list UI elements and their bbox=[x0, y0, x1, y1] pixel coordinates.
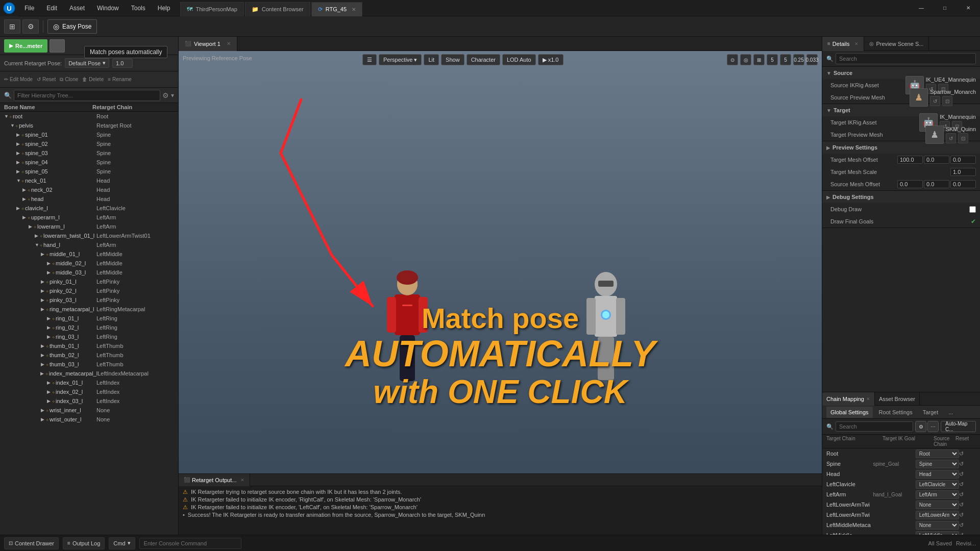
bone-row[interactable]: ▶ ⬦ middle_02_l LeftMiddle bbox=[0, 259, 178, 268]
bone-row[interactable]: ▼ ⬦ hand_l LeftArm bbox=[0, 240, 178, 249]
chain-source-select[interactable]: LeftMiddleNone bbox=[916, 531, 959, 535]
bone-row[interactable]: ▶ ⬦ thumb_03_l LeftThumb bbox=[0, 360, 178, 369]
viewport-tab-1[interactable]: ⬛ Viewport 1 ✕ bbox=[179, 37, 237, 51]
rename-button[interactable]: ≡ Rename bbox=[108, 77, 132, 82]
chain-reset[interactable]: ↺ bbox=[959, 491, 976, 498]
hamburger-menu-button[interactable]: ☰ bbox=[362, 54, 377, 65]
chain-source-select[interactable]: HeadNone bbox=[916, 470, 959, 479]
chain-source[interactable]: HeadNone bbox=[916, 470, 959, 479]
source-offset-x[interactable] bbox=[897, 180, 923, 188]
chain-source[interactable]: LeftArmNone bbox=[916, 490, 959, 499]
retarget-output-tab[interactable]: ⬛ Retarget Output... ✕ bbox=[179, 474, 250, 486]
auto-map-button[interactable]: Auto-Map C... bbox=[941, 421, 976, 432]
chain-reset[interactable]: ↺ bbox=[959, 532, 976, 535]
settings-icon[interactable]: ⚙ bbox=[162, 91, 169, 99]
chain-row[interactable]: LeftMiddleMetaca None ↺ bbox=[822, 520, 980, 530]
chain-row[interactable]: LeftLowerArmTwi LeftLowerArmTwNone ↺ bbox=[822, 510, 980, 520]
scale-input[interactable] bbox=[950, 168, 976, 176]
chain-source[interactable]: LeftMiddleNone bbox=[916, 531, 959, 535]
chain-source[interactable]: RootNone bbox=[916, 449, 959, 458]
chain-reset[interactable]: ↺ bbox=[959, 502, 976, 508]
chain-mapping-tab[interactable]: Chain Mapping ✕ bbox=[822, 392, 875, 406]
chain-row[interactable]: Root RootNone ↺ bbox=[822, 448, 980, 459]
chain-row[interactable]: LeftArm hand_l_Goal LeftArmNone ↺ bbox=[822, 489, 980, 499]
reset-button[interactable]: ↺ Reset bbox=[37, 77, 56, 82]
pose-select[interactable]: Default Pose ▾ bbox=[65, 58, 109, 68]
maximize-button[interactable]: □ bbox=[933, 0, 957, 16]
content-drawer-button[interactable]: ⊡ Content Drawer bbox=[4, 537, 59, 549]
offset-y[interactable] bbox=[924, 156, 949, 164]
lod-button[interactable]: LOD Auto bbox=[502, 54, 536, 65]
bone-row[interactable]: ▶ ⬦ ring_02_l LeftRing bbox=[0, 323, 178, 332]
debug-header[interactable]: ▶ Debug Settings bbox=[822, 191, 980, 203]
offset-x[interactable] bbox=[897, 156, 923, 164]
play-button[interactable]: ▶ x1.0 bbox=[538, 54, 564, 65]
bone-row[interactable]: ▶ ⬦ pinky_02_l LeftPinky bbox=[0, 286, 178, 295]
cmd-button[interactable]: Cmd ▾ bbox=[109, 537, 135, 549]
tab-close-icon[interactable]: ✕ bbox=[352, 7, 356, 12]
bone-row[interactable]: ▶ ⬦ lowerarm_l LeftArm bbox=[0, 222, 178, 231]
chain-row[interactable]: LeftMiddle LeftMiddleNone ↺ bbox=[822, 530, 980, 535]
chain-reset-button[interactable]: ↺ bbox=[959, 491, 964, 498]
output-close-icon[interactable]: ✕ bbox=[240, 478, 244, 483]
chain-reset-button[interactable]: ↺ bbox=[959, 461, 964, 467]
details-search-input[interactable] bbox=[836, 53, 976, 64]
offset-z[interactable] bbox=[950, 156, 976, 164]
bone-row[interactable]: ▶ ⬦ thumb_01_l LeftThumb bbox=[0, 341, 178, 350]
toolbar-settings-btn[interactable]: ⚙ bbox=[22, 19, 39, 34]
bone-row[interactable]: ▼ ⬦ neck_01 Head bbox=[0, 176, 178, 185]
chain-row[interactable]: LeftClavicle LeftClavicleNone ↺ bbox=[822, 479, 980, 489]
chain-source[interactable]: NoneLeftLowerArmTw bbox=[916, 500, 959, 509]
bone-row[interactable]: ▶ ⬦ pinky_01_l LeftPinky bbox=[0, 277, 178, 286]
bone-row[interactable]: ▶ ⬦ middle_03_l LeftMiddle bbox=[0, 268, 178, 277]
bone-row[interactable]: ▶ ⬦ pinky_03_l LeftPinky bbox=[0, 295, 178, 305]
chain-reset[interactable]: ↺ bbox=[959, 481, 976, 488]
bone-row[interactable]: ▶ ⬦ middle_01_l LeftMiddle bbox=[0, 249, 178, 259]
chain-source-select[interactable]: RootNone bbox=[916, 449, 959, 458]
show-button[interactable]: Show bbox=[441, 54, 464, 65]
preview-scene-tab[interactable]: ◎ Preview Scene S... bbox=[864, 37, 929, 51]
chain-settings-icon[interactable]: ⚙ bbox=[915, 421, 926, 432]
easy-pose-button[interactable]: ◎ Easy Pose bbox=[47, 19, 97, 34]
chain-source-select[interactable]: NoneLeftLowerArmTw bbox=[916, 500, 959, 509]
chain-reset-button[interactable]: ↺ bbox=[959, 471, 964, 478]
chain-reset-button[interactable]: ↺ bbox=[959, 450, 964, 457]
chain-source-select[interactable]: LeftArmNone bbox=[916, 490, 959, 499]
bone-row[interactable]: ▶ ⬦ wrist_outer_l None bbox=[0, 415, 178, 424]
chain-reset[interactable]: ↺ bbox=[959, 512, 976, 518]
debug-draw-checkbox[interactable] bbox=[969, 206, 976, 213]
bone-row[interactable]: ▶ ⬦ spine_01 Spine bbox=[0, 130, 178, 139]
tab-rtg-45[interactable]: ⟳ RTG_45 ✕ bbox=[311, 2, 362, 16]
vp-icon-btn-num2[interactable]: 5 bbox=[780, 54, 791, 65]
bone-row[interactable]: ▶ ⬦ lowerarm_twist_01_l LeftLowerArmTwis… bbox=[0, 231, 178, 240]
run-retarget-button[interactable]: ▶ Re...meter bbox=[4, 39, 47, 53]
more-tab[interactable]: ... bbox=[944, 407, 957, 418]
chain-reset[interactable]: ↺ bbox=[959, 450, 976, 457]
target-mesh-browse-btn[interactable]: ↺ bbox=[946, 133, 956, 143]
target-tab[interactable]: Target bbox=[919, 407, 943, 418]
vp-icon-btn-1[interactable]: ⊙ bbox=[727, 54, 738, 65]
tab-content-browser[interactable]: 📁 Content Browser bbox=[245, 2, 310, 16]
bone-row[interactable]: ▶ ⬦ head Head bbox=[0, 194, 178, 204]
details-close-icon[interactable]: ✕ bbox=[854, 41, 859, 46]
bone-row[interactable]: ▶ ⬦ neck_02 Head bbox=[0, 185, 178, 194]
menu-tools[interactable]: Tools bbox=[125, 0, 152, 16]
chain-dots-icon[interactable]: ⋯ bbox=[927, 421, 939, 432]
chain-row[interactable]: LeftLowerArmTwi NoneLeftLowerArmTw ↺ bbox=[822, 499, 980, 510]
bone-row[interactable]: ▼ ⬦ root Root bbox=[0, 112, 178, 121]
bone-tree[interactable]: ▼ ⬦ root Root ▼ ⬦ pelvis Retarget Root ▶… bbox=[0, 112, 178, 535]
bone-row[interactable]: ▶ ⬦ ring_metacarpal_l LeftRingMetacarpal bbox=[0, 305, 178, 314]
output-log-button[interactable]: ≡ Output Log bbox=[63, 537, 105, 549]
chain-reset[interactable]: ↺ bbox=[959, 522, 976, 529]
bone-row[interactable]: ▶ ⬦ upperarm_l LeftArm bbox=[0, 213, 178, 222]
menu-edit[interactable]: Edit bbox=[40, 0, 63, 16]
toolbar-layout-btn[interactable]: ⊞ bbox=[4, 19, 20, 34]
target-mesh-search-btn[interactable]: ⊡ bbox=[958, 133, 968, 143]
bone-row[interactable]: ▶ ⬦ spine_03 Spine bbox=[0, 148, 178, 158]
bone-row[interactable]: ▶ ⬦ spine_04 Spine bbox=[0, 158, 178, 167]
chain-source[interactable]: LeftLowerArmTwNone bbox=[916, 511, 959, 519]
chain-source[interactable]: SpineNone bbox=[916, 460, 959, 468]
asset-browser-tab[interactable]: Asset Browser bbox=[875, 392, 920, 406]
menu-asset[interactable]: Asset bbox=[63, 0, 91, 16]
bone-row[interactable]: ▶ ⬦ index_02_l LeftIndex bbox=[0, 387, 178, 396]
